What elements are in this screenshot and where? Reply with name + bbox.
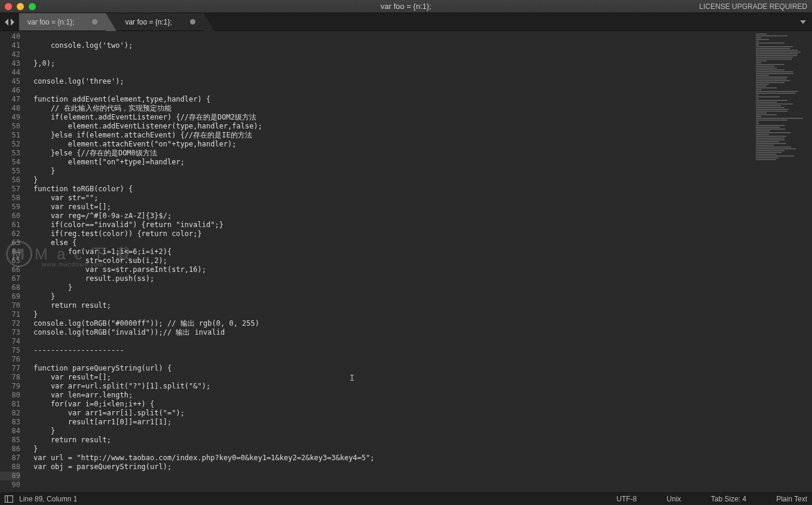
minimize-window-button[interactable] [17,3,24,10]
license-status[interactable]: LICENSE UPGRADE REQUIRED [699,2,807,11]
line-ending-selector[interactable]: Unix [667,495,681,503]
modified-indicator-icon [92,19,97,25]
tab-separator [106,13,117,31]
close-window-button[interactable] [5,3,12,10]
syntax-selector[interactable]: Plain Text [776,495,807,503]
tab-bar: var foo = {n:1}; var foo = {n:1}; [0,13,812,31]
chevron-down-icon [799,19,807,26]
encoding-selector[interactable]: UTF-8 [617,495,637,503]
nav-forward-icon[interactable] [10,18,16,26]
tab-label: var foo = {n:1}; [125,18,171,26]
svg-rect-0 [5,496,13,503]
tabs-dropdown-button[interactable] [794,13,812,30]
titlebar: var foo = {n:1}; LICENSE UPGRADE REQUIRE… [0,0,812,13]
panel-toggle-icon[interactable] [5,495,13,503]
zoom-window-button[interactable] [29,3,36,10]
tab-separator [204,13,215,31]
modified-indicator-icon [190,19,195,25]
code-area[interactable]: console.log('two'); },0); console.log('t… [24,31,812,492]
minimap[interactable] [752,31,812,492]
cursor-position[interactable]: Line 89, Column 1 [19,495,77,503]
traffic-lights [5,3,36,10]
nav-back-icon[interactable] [4,18,10,26]
tab-active[interactable]: var foo = {n:1}; [117,13,203,30]
text-cursor-icon: I [350,374,350,382]
window-title: var foo = {n:1}; [381,2,431,11]
nav-arrows [0,13,19,30]
tab-size-selector[interactable]: Tab Size: 4 [711,495,746,503]
tab-inactive[interactable]: var foo = {n:1}; [19,13,106,30]
tab-label: var foo = {n:1}; [27,18,74,26]
editor-pane: 40 41 42 43 44 45 46 47 48 49 50 51 52 5… [0,31,812,492]
line-number-gutter[interactable]: 40 41 42 43 44 45 46 47 48 49 50 51 52 5… [0,31,24,492]
status-bar: Line 89, Column 1 UTF-8 Unix Tab Size: 4… [0,492,812,505]
